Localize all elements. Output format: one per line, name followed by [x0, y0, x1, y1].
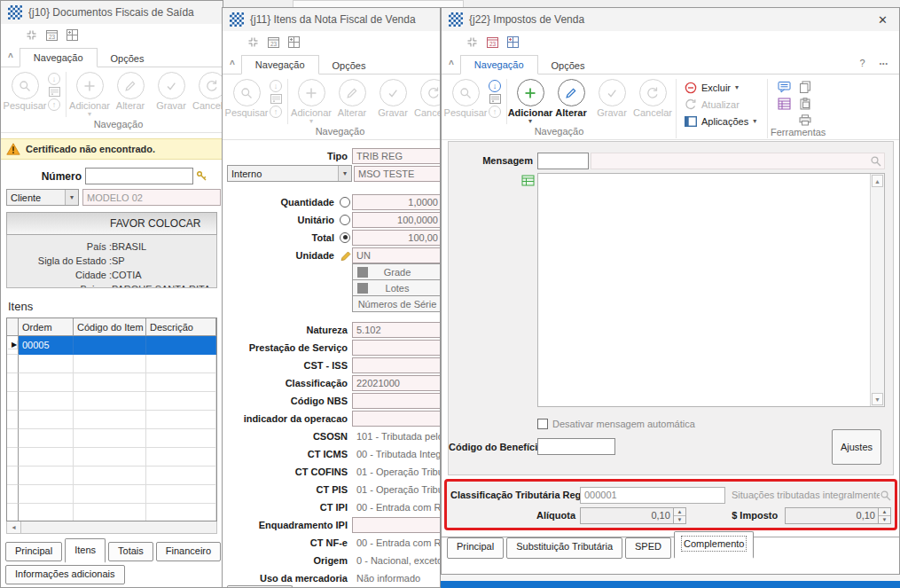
spin-up-icon[interactable]: ▲ [674, 508, 685, 515]
bottom-tab[interactable]: Principal [447, 537, 504, 559]
message-textarea[interactable]: ▲ ▼ [537, 173, 885, 407]
tab-navegacao[interactable]: Navegação [241, 55, 319, 74]
cancelar-button[interactable]: Cancelar [192, 71, 223, 111]
tab-opcoes[interactable]: Opções [538, 57, 599, 74]
field-input[interactable] [352, 517, 440, 533]
adicionar-button[interactable]: Adicionar ▾ [510, 78, 551, 124]
table-row-empty[interactable] [7, 411, 216, 429]
alterar-button[interactable]: Alterar [551, 78, 591, 118]
field-input[interactable]: 100,0000 [352, 212, 440, 228]
tab-opcoes[interactable]: Opções [98, 50, 158, 67]
bottom-tab[interactable]: Principal [5, 542, 62, 561]
field-input[interactable]: 101 - Tributada pelo Sim [352, 428, 440, 444]
scroll-up-icon[interactable]: ▲ [872, 175, 883, 187]
calendar-icon[interactable]: 23 [487, 36, 498, 48]
bottom-tab[interactable]: Substituição Tributária [506, 537, 622, 559]
cliente-input[interactable]: MODELO 02 [82, 189, 221, 206]
tab-opcoes[interactable]: Opções [319, 57, 380, 74]
aplicacoes-button[interactable]: Aplicações ▾ [685, 114, 759, 128]
field-input[interactable]: 00 - Tributada Integralm [352, 446, 440, 462]
collapse-icon[interactable] [466, 36, 478, 48]
next-record-icon[interactable]: ↓ [48, 73, 60, 85]
table-row-empty[interactable] [7, 373, 216, 392]
field-input[interactable] [352, 357, 440, 373]
bottom-tab[interactable]: Itens [65, 538, 106, 563]
more-options-icon[interactable]: ••• [880, 60, 888, 67]
scroll-left-icon[interactable]: ◂ [7, 521, 21, 533]
vertical-scrollbar[interactable]: ▲ ▼ [870, 174, 884, 406]
excluir-button[interactable]: Excluir ▾ [685, 81, 759, 94]
field-input[interactable] [352, 393, 440, 409]
adicionar-button[interactable]: Adicionar ▾ [69, 71, 110, 117]
side-button[interactable]: Grade [352, 263, 440, 280]
unidade-input[interactable]: UN [352, 247, 440, 263]
field-input[interactable]: 100,00 [352, 230, 440, 246]
spinner-buttons[interactable]: ▲ ▼ [878, 508, 890, 523]
field-input[interactable]: 1,0000 [352, 194, 440, 210]
calculator-icon[interactable] [288, 36, 300, 48]
cancelar-button[interactable]: Cancelar [632, 78, 673, 118]
next-record-icon[interactable]: ↓ [270, 80, 282, 92]
interno-input[interactable]: MSO TESTE [354, 166, 440, 182]
mensagem-lookup[interactable] [591, 153, 885, 169]
spin-down-icon[interactable]: ▼ [674, 515, 685, 523]
bottom-tab[interactable]: Financeiro [156, 542, 221, 561]
field-input[interactable]: 01 - Operação Tributáve [352, 482, 440, 498]
copy-icon[interactable] [799, 81, 811, 93]
field-input[interactable]: 00 - Entrada com Recup [352, 535, 440, 551]
aliquota-spinner[interactable]: 0,10 ▲ ▼ [580, 507, 686, 524]
horizontal-scrollbar[interactable]: ◂ [6, 521, 217, 534]
collapse-ribbon-icon[interactable]: ^ [449, 59, 454, 69]
table-row-empty[interactable] [7, 466, 216, 485]
side-button[interactable]: Números de Série [352, 295, 440, 312]
comment-icon[interactable] [778, 81, 791, 93]
table-row-empty[interactable] [7, 485, 216, 504]
prev-record-icon[interactable]: ↑ [489, 106, 501, 118]
preview-icon[interactable] [49, 87, 60, 97]
spin-down-icon[interactable]: ▼ [879, 515, 890, 523]
field-input[interactable]: 22021000 [352, 375, 440, 391]
gravar-button[interactable]: Gravar [372, 78, 413, 118]
gravar-button[interactable]: Gravar [151, 71, 192, 111]
key-icon[interactable] [196, 170, 207, 182]
next-record-icon[interactable]: ↓ [489, 80, 501, 92]
field-input[interactable]: 01 - Operação Tributáve [352, 464, 440, 480]
message-table-icon[interactable] [521, 175, 535, 186]
calculator-icon[interactable] [507, 36, 519, 48]
ajustes-button[interactable]: Ajustes [832, 429, 881, 465]
collapse-ribbon-icon[interactable]: ^ [8, 52, 13, 62]
collapse-ribbon-icon[interactable]: ^ [230, 59, 235, 69]
close-icon[interactable]: ✕ [873, 13, 892, 27]
titlebar[interactable]: {j22} Impostos de Venda ✕ [442, 8, 899, 31]
table-row-empty[interactable] [7, 429, 216, 448]
table-row-empty[interactable] [7, 504, 216, 521]
checkbox[interactable] [537, 419, 548, 429]
bottom-tab[interactable]: Informações adicionais [5, 565, 125, 584]
preview-icon[interactable] [270, 94, 282, 104]
radio-button[interactable] [340, 215, 350, 225]
calendar-icon[interactable]: 23 [46, 29, 58, 41]
beneficio-input[interactable] [537, 438, 615, 455]
table-row[interactable]: ▶ 00005 [7, 336, 216, 355]
tab-navegacao[interactable]: Navegação [460, 55, 538, 74]
bottom-tab[interactable]: Totais [108, 542, 153, 561]
table-row-empty[interactable] [7, 355, 216, 373]
tab-navegacao[interactable]: Navegação [20, 48, 98, 67]
calculator-icon[interactable] [67, 29, 78, 41]
pesquisar-button[interactable]: Pesquisar [4, 71, 45, 111]
cancelar-button[interactable]: Cancelar [413, 78, 441, 118]
titlebar[interactable]: {j10} Documentos Fiscais de Saída [1, 1, 223, 24]
table-row-empty[interactable] [7, 392, 216, 411]
prev-record-icon[interactable]: ↑ [48, 98, 60, 111]
bottom-tab[interactable]: SPED [625, 537, 671, 559]
calendar-icon[interactable]: 23 [268, 36, 279, 48]
paste-icon[interactable] [799, 98, 811, 110]
side-button[interactable]: Lotes [352, 279, 440, 296]
field-input[interactable]: 0 - Nacional, exceto as i [352, 553, 440, 568]
mensagem-input[interactable] [537, 153, 589, 169]
radio-button[interactable] [340, 197, 350, 208]
numero-input[interactable] [85, 168, 193, 184]
cliente-select[interactable]: Cliente ▾ [6, 189, 79, 206]
collapse-icon[interactable] [26, 29, 37, 41]
print-icon[interactable] [799, 114, 811, 126]
